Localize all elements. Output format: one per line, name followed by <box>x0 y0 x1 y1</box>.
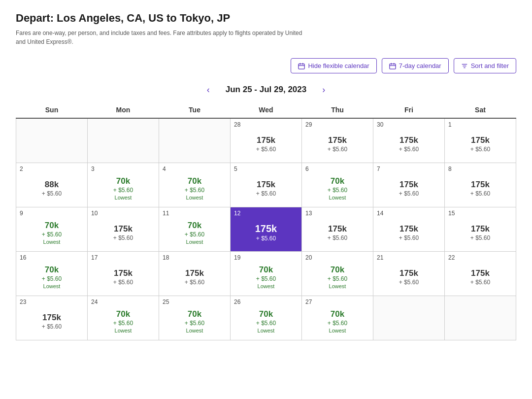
cell-fee: + $5.60 <box>256 320 276 327</box>
cell-points: 175k <box>255 223 277 234</box>
cell-day-number: 13 <box>305 210 312 217</box>
page-title: Depart: Los Angeles, CA, US to Tokyo, JP <box>16 12 516 25</box>
cell-day-number: 28 <box>234 121 240 128</box>
calendar-cell <box>159 118 231 163</box>
calendar-cell[interactable]: 8175k+ $5.60 <box>445 163 516 207</box>
cell-day-number: 4 <box>163 166 166 172</box>
calendar-cell[interactable]: 13175k+ $5.60 <box>302 207 373 251</box>
calendar-cell[interactable]: 21175k+ $5.60 <box>373 251 445 296</box>
calendar-cell[interactable]: 1970k+ $5.60Lowest <box>231 251 302 296</box>
calendar-cell[interactable]: 1170k+ $5.60Lowest <box>159 207 231 251</box>
cell-fee: + $5.60 <box>256 235 276 242</box>
cell-fee: + $5.60 <box>113 320 133 327</box>
lowest-label: Lowest <box>115 195 132 200</box>
calendar-icon <box>298 63 305 69</box>
calendar-cell <box>373 296 445 340</box>
cell-points: 175k <box>328 135 347 145</box>
calendar-cell[interactable]: 30175k+ $5.60 <box>373 118 445 163</box>
calendar-cell[interactable]: 10175k+ $5.60 <box>88 207 159 251</box>
calendar-cell[interactable]: 29175k+ $5.60 <box>302 118 373 163</box>
calendar-cell[interactable]: 5175k+ $5.60 <box>231 163 302 207</box>
cell-day-number: 2 <box>20 166 23 172</box>
calendar-cell[interactable]: 370k+ $5.60Lowest <box>88 163 159 207</box>
cell-fee: + $5.60 <box>42 323 62 330</box>
sort-filter-button[interactable]: Sort and filter <box>454 58 516 73</box>
cell-fee: + $5.60 <box>328 187 347 194</box>
page-subtitle: Fares are one-way, per person, and inclu… <box>16 29 311 46</box>
calendar-cell[interactable]: 970k+ $5.60Lowest <box>16 207 88 251</box>
day-header: Wed <box>231 102 302 118</box>
cell-points: 70k <box>116 309 130 319</box>
calendar-cell[interactable]: 670k+ $5.60Lowest <box>302 163 373 207</box>
lowest-label: Lowest <box>258 283 275 289</box>
cell-points: 70k <box>331 265 344 275</box>
cell-points: 175k <box>471 180 490 190</box>
cell-day-number: 6 <box>305 166 309 172</box>
calendar-cell[interactable]: 470k+ $5.60Lowest <box>159 163 231 207</box>
cell-fee: + $5.60 <box>42 275 62 282</box>
lowest-label: Lowest <box>258 328 275 333</box>
cell-points: 175k <box>399 224 418 234</box>
calendar-cell <box>16 118 88 163</box>
cell-points: 175k <box>399 180 418 190</box>
calendar-cell[interactable]: 1175k+ $5.60 <box>445 118 516 163</box>
lowest-label: Lowest <box>186 195 203 200</box>
day-header: Tue <box>159 102 231 118</box>
cell-points: 70k <box>45 221 59 231</box>
calendar-cell[interactable]: 2570k+ $5.60Lowest <box>159 296 231 340</box>
calendar-7-icon <box>389 63 396 69</box>
cell-points: 70k <box>331 309 344 319</box>
cell-fee: + $5.60 <box>470 234 490 241</box>
cell-day-number: 15 <box>448 210 455 217</box>
calendar-cell[interactable]: 18175k+ $5.60 <box>159 251 231 296</box>
calendar-cell[interactable]: 2670k+ $5.60Lowest <box>231 296 302 340</box>
next-month-button[interactable]: › <box>318 83 329 96</box>
calendar-cell[interactable]: 17175k+ $5.60 <box>88 251 159 296</box>
calendar-cell[interactable]: 2070k+ $5.60Lowest <box>302 251 373 296</box>
calendar-cell[interactable]: 14175k+ $5.60 <box>373 207 445 251</box>
toolbar: Hide flexible calendar 7-day calendar So… <box>16 58 516 73</box>
date-range-label: Jun 25 - Jul 29, 2023 <box>226 85 306 95</box>
seven-day-calendar-button[interactable]: 7-day calendar <box>382 58 449 73</box>
cell-fee: + $5.60 <box>256 275 276 282</box>
cell-day-number: 12 <box>234 210 240 217</box>
cell-points: 70k <box>188 221 201 231</box>
day-header: Sat <box>445 102 516 118</box>
lowest-label: Lowest <box>329 195 346 200</box>
cell-points: 70k <box>45 265 59 275</box>
cell-fee: + $5.60 <box>399 234 419 241</box>
hide-calendar-button[interactable]: Hide flexible calendar <box>291 58 376 73</box>
cell-fee: + $5.60 <box>399 146 419 153</box>
calendar-cell[interactable]: 288k+ $5.60 <box>16 163 88 207</box>
cell-points: 175k <box>42 313 61 323</box>
svg-rect-0 <box>299 64 304 69</box>
cell-fee: + $5.60 <box>328 146 347 153</box>
cell-fee: + $5.60 <box>113 279 133 286</box>
lowest-label: Lowest <box>115 328 132 333</box>
calendar-cell <box>88 118 159 163</box>
cell-points: 70k <box>116 176 130 186</box>
cell-fee: + $5.60 <box>470 190 490 197</box>
prev-month-button[interactable]: ‹ <box>203 83 214 96</box>
cell-day-number: 25 <box>163 299 169 305</box>
calendar-cell[interactable]: 22175k+ $5.60 <box>445 251 516 296</box>
calendar-cell[interactable]: 1670k+ $5.60Lowest <box>16 251 88 296</box>
calendar-cell[interactable]: 2770k+ $5.60Lowest <box>302 296 373 340</box>
cell-fee: + $5.60 <box>328 320 347 327</box>
cell-points: 70k <box>331 176 344 186</box>
calendar-navigation: ‹ Jun 25 - Jul 29, 2023 › <box>16 83 516 96</box>
lowest-label: Lowest <box>43 283 61 289</box>
calendar-cell[interactable]: 23175k+ $5.60 <box>16 296 88 340</box>
calendar-cell[interactable]: 7175k+ $5.60 <box>373 163 445 207</box>
calendar-cell[interactable]: 15175k+ $5.60 <box>445 207 516 251</box>
cell-day-number: 1 <box>448 121 452 128</box>
cell-day-number: 21 <box>377 254 383 261</box>
cell-points: 70k <box>259 309 273 319</box>
cell-day-number: 5 <box>234 166 237 172</box>
calendar-cell[interactable]: 2470k+ $5.60Lowest <box>88 296 159 340</box>
calendar-cell[interactable]: 12175k+ $5.60 <box>231 207 302 251</box>
calendar-cell[interactable]: 28175k+ $5.60 <box>231 118 302 163</box>
cell-fee: + $5.60 <box>185 231 204 238</box>
cell-points: 175k <box>257 135 275 145</box>
cell-fee: + $5.60 <box>328 234 347 241</box>
